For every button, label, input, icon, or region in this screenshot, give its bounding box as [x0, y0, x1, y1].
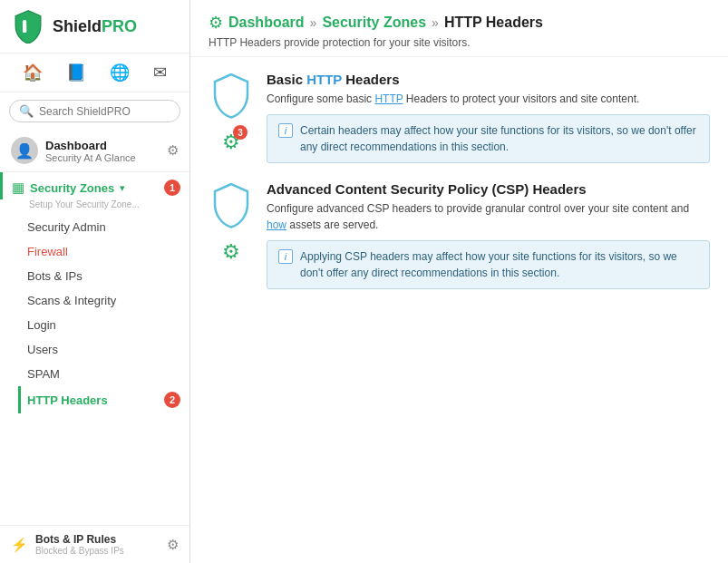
sidebar-item-firewall[interactable]: Firewall: [18, 239, 189, 264]
search-icon: 🔍: [19, 104, 34, 118]
csp-how-link[interactable]: how: [267, 218, 286, 231]
http-headers-badge: 2: [164, 392, 180, 408]
security-zones-subtitle: Setup Your Security Zone...: [0, 199, 189, 215]
sidebar-bottom-bots[interactable]: ⚡ Bots & IP Rules Blocked & Bypass IPs ⚙: [0, 525, 189, 563]
breadcrumb-dashboard[interactable]: Dashboard: [228, 15, 305, 31]
bots-ip-rules-gear-icon[interactable]: ⚙: [167, 537, 179, 553]
cards-container: ⚙ 3 Basic HTTP Headers Configure some ba…: [190, 57, 728, 304]
basic-http-desc-link[interactable]: HTTP: [374, 92, 403, 105]
svg-rect-1: [23, 20, 26, 24]
info-icon: i: [278, 123, 293, 138]
dashboard-gear-icon[interactable]: ⚙: [167, 142, 179, 159]
basic-http-gear-wrapper: ⚙ 3: [222, 131, 240, 154]
security-zones-header[interactable]: ▦ Security Zones ▾ 1: [0, 172, 189, 199]
breadcrumb-settings-icon: ⚙: [209, 13, 223, 33]
chevron-down-icon: ▾: [120, 182, 125, 194]
basic-http-badge: 3: [233, 125, 248, 140]
csp-info-box: i Applying CSP headers may affect how yo…: [267, 240, 710, 289]
page-header: ⚙ Dashboard » Security Zones » HTTP Head…: [190, 0, 728, 57]
basic-http-info-box: i Certain headers may affect how your si…: [267, 114, 710, 163]
breadcrumb: ⚙ Dashboard » Security Zones » HTTP Head…: [209, 13, 710, 33]
sidebar-item-login[interactable]: Login: [18, 313, 189, 337]
breadcrumb-http-headers: HTTP Headers: [444, 15, 543, 31]
sidebar-logo: ShieldPRO: [0, 0, 189, 53]
sidebar-search-box[interactable]: 🔍: [9, 100, 180, 122]
shield-icon: [211, 72, 251, 121]
basic-http-desc: Configure some basic HTTP Headers to pro…: [267, 91, 710, 107]
sidebar-item-security-admin[interactable]: Security Admin: [18, 215, 189, 239]
brand-name: ShieldPRO: [53, 17, 137, 36]
shield-logo-icon: [11, 9, 45, 44]
csp-info-text: Applying CSP headers may affect how your…: [300, 248, 698, 281]
page-subtitle: HTTP Headers provide protection for your…: [209, 36, 710, 49]
sidebar-item-bots-ips[interactable]: Bots & IPs: [18, 264, 189, 288]
bots-ip-rules-subtitle: Blocked & Bypass IPs: [35, 546, 124, 556]
security-zones-grid-icon: ▦: [12, 180, 24, 196]
breadcrumb-sep2: »: [432, 15, 439, 30]
dashboard-label: Dashboard: [45, 139, 136, 152]
sidebar-item-http-headers[interactable]: HTTP Headers 2: [18, 386, 189, 413]
dashboard-subtitle: Security At A Glance: [45, 152, 136, 163]
basic-http-info-text: Certain headers may affect how your site…: [300, 122, 698, 155]
csp-settings-icon[interactable]: ⚙: [222, 240, 240, 264]
home-icon[interactable]: 🏠: [23, 63, 43, 83]
search-input[interactable]: [39, 105, 170, 118]
avatar: 👤: [11, 137, 38, 164]
bots-ip-rules-icon: ⚡: [11, 537, 28, 553]
csp-shield-icon: [211, 181, 251, 231]
svg-rect-0: [23, 24, 26, 33]
breadcrumb-sep1: »: [310, 15, 317, 30]
basic-http-link[interactable]: HTTP: [306, 72, 342, 87]
sidebar-item-scans-integrity[interactable]: Scans & Integrity: [18, 288, 189, 313]
facebook-icon[interactable]: 📘: [66, 63, 86, 83]
basic-http-title: Basic HTTP Headers: [267, 72, 710, 87]
sidebar-menu: Security Admin Firewall Bots & IPs Scans…: [0, 215, 189, 413]
sidebar-top-icons: 🏠 📘 🌐 ✉: [0, 53, 189, 92]
globe-icon[interactable]: 🌐: [110, 63, 130, 83]
csp-desc: Configure advanced CSP headers to provid…: [267, 200, 710, 233]
basic-http-headers-card: ⚙ 3 Basic HTTP Headers Configure some ba…: [209, 72, 710, 163]
breadcrumb-security-zones[interactable]: Security Zones: [322, 15, 426, 31]
csp-info-icon: i: [278, 249, 293, 264]
sidebar-item-spam[interactable]: SPAM: [18, 362, 189, 386]
security-zones-badge: 1: [164, 180, 180, 196]
sidebar: ShieldPRO 🏠 📘 🌐 ✉ 🔍 👤 Dashboard Security…: [0, 0, 190, 563]
mail-icon[interactable]: ✉: [153, 63, 167, 83]
sidebar-item-users[interactable]: Users: [18, 337, 189, 362]
main-content-area: ⚙ Dashboard » Security Zones » HTTP Head…: [190, 0, 728, 563]
advanced-csp-card: ⚙ Advanced Content Security Policy (CSP)…: [209, 181, 710, 289]
csp-title: Advanced Content Security Policy (CSP) H…: [267, 181, 710, 197]
sidebar-dashboard-item[interactable]: 👤 Dashboard Security At A Glance ⚙: [0, 130, 189, 172]
security-zones-label: Security Zones: [30, 181, 114, 195]
bots-ip-rules-label: Bots & IP Rules: [35, 533, 124, 546]
